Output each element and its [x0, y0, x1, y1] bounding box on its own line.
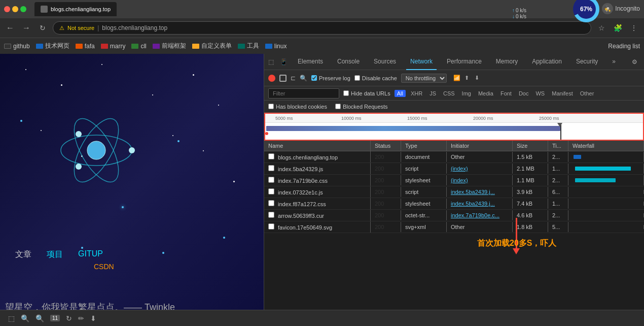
- hide-data-urls-checkbox[interactable]: Hide data URLs: [343, 90, 390, 96]
- devtools-tab-memory[interactable]: Memory: [492, 54, 522, 70]
- reading-list-button[interactable]: Reading list: [608, 43, 640, 50]
- stop-record-button[interactable]: [279, 75, 287, 82]
- hide-data-urls-input[interactable]: [343, 90, 349, 96]
- minimize-btn[interactable]: [12, 6, 18, 12]
- bookmark-marry[interactable]: marry: [101, 43, 126, 50]
- bookmark-fafa[interactable]: fafa: [76, 43, 95, 50]
- table-row[interactable]: index.5ba24329.js 200 script (index) 2.1…: [264, 163, 644, 175]
- devtools-inspect-btn[interactable]: ⬚: [268, 57, 274, 67]
- forward-button[interactable]: →: [20, 22, 32, 34]
- col-waterfall[interactable]: Waterfall: [568, 141, 644, 151]
- browser-tab-active[interactable]: blogs.chenliangliang.top: [34, 2, 117, 16]
- initiator-link[interactable]: index.5ba2439.j...: [451, 201, 495, 207]
- maximize-btn[interactable]: [20, 6, 26, 12]
- col-initiator[interactable]: Initiator: [447, 141, 513, 151]
- table-row[interactable]: index.07322e1c.js 200 script index.5ba24…: [264, 186, 644, 198]
- filter-type-all[interactable]: All: [395, 90, 406, 97]
- download-icon[interactable]: ⬇: [473, 74, 481, 82]
- extension-btn[interactable]: 🧩: [612, 22, 624, 34]
- bookmark-cll[interactable]: cll: [131, 43, 146, 50]
- table-row[interactable]: index.f87a1272.css 200 stylesheet index.…: [264, 198, 644, 210]
- record-button[interactable]: [268, 75, 275, 82]
- search-button[interactable]: 🔍: [300, 75, 307, 82]
- bookmark-frontend[interactable]: 前端框架: [153, 42, 186, 50]
- bookmark-linux[interactable]: linux: [265, 43, 287, 50]
- blocked-requests-input[interactable]: [335, 104, 341, 109]
- bookmark-techsite[interactable]: 技术网页: [36, 42, 69, 50]
- bookmark-star[interactable]: ☆: [595, 22, 607, 34]
- devtools-tab-application[interactable]: Application: [528, 54, 566, 70]
- blocked-requests-checkbox[interactable]: Blocked Requests: [335, 104, 388, 110]
- bookmark-custom-form[interactable]: 自定义表单: [192, 42, 232, 50]
- devtools-tab-sources[interactable]: Sources: [370, 54, 400, 70]
- col-type[interactable]: Type: [401, 141, 447, 151]
- disable-cache-input[interactable]: [354, 75, 360, 81]
- bottom-expand-icon[interactable]: ⬚: [8, 314, 15, 322]
- col-name[interactable]: Name: [264, 141, 371, 151]
- devtools-tab-security[interactable]: Security: [572, 54, 602, 70]
- row-checkbox[interactable]: [268, 165, 274, 171]
- row-checkbox[interactable]: [268, 177, 274, 183]
- bookmark-github[interactable]: github: [4, 43, 30, 50]
- bottom-zoom-out[interactable]: 🔍: [21, 314, 29, 322]
- filter-type-manifest[interactable]: Manifest: [550, 90, 575, 97]
- table-row[interactable]: blogs.chenliangliang.top 200 document Ot…: [264, 151, 644, 163]
- filter-input[interactable]: [268, 88, 339, 99]
- table-row[interactable]: arrow.50639ff3.cur 200 octet-str... inde…: [264, 210, 644, 221]
- disable-cache-checkbox[interactable]: Disable cache: [354, 75, 397, 81]
- filter-type-media[interactable]: Media: [476, 90, 495, 97]
- upload-icon[interactable]: ⬆: [463, 74, 471, 82]
- preserve-log-input[interactable]: [311, 75, 317, 81]
- devtools-tab-console[interactable]: Console: [333, 54, 364, 70]
- col-status[interactable]: Status: [371, 141, 401, 151]
- initiator-link[interactable]: index.7a719b0e.c...: [451, 212, 499, 218]
- col-size[interactable]: Size: [513, 141, 548, 151]
- nav-gitup[interactable]: GITUP: [78, 249, 103, 258]
- filter-icon[interactable]: ⊏: [291, 75, 296, 82]
- bottom-refresh-icon[interactable]: ↻: [66, 314, 72, 322]
- filter-type-doc[interactable]: Doc: [517, 90, 531, 97]
- bottom-download-icon[interactable]: ⬇: [90, 314, 96, 322]
- waterfall-bar: [574, 155, 581, 159]
- initiator-link[interactable]: (index): [451, 166, 468, 172]
- has-blocked-cookies-checkbox[interactable]: Has blocked cookies: [268, 104, 327, 110]
- devtools-tab-performance[interactable]: Performance: [443, 54, 486, 70]
- back-button[interactable]: ←: [4, 22, 16, 34]
- reload-button[interactable]: ↻: [37, 22, 49, 34]
- filter-type-css[interactable]: CSS: [441, 90, 457, 97]
- bookmark-tools[interactable]: 工具: [238, 42, 259, 50]
- filter-type-font[interactable]: Font: [498, 90, 514, 97]
- nav-csdn[interactable]: CSDN: [94, 262, 114, 271]
- filter-type-img[interactable]: Img: [460, 90, 473, 97]
- filter-type-ws[interactable]: WS: [533, 90, 547, 97]
- devtools-settings-btn[interactable]: ⚙: [632, 57, 637, 67]
- devtools-tab-more[interactable]: »: [608, 54, 620, 70]
- bottom-zoom-in[interactable]: 🔍: [35, 314, 44, 322]
- initiator-link[interactable]: (index): [451, 177, 468, 183]
- address-input[interactable]: ⚠ Not secure | blogs.chenliangliang.top: [53, 21, 591, 35]
- row-checkbox[interactable]: [268, 153, 274, 159]
- has-blocked-cookies-input[interactable]: [268, 104, 274, 109]
- menu-btn[interactable]: ⋮: [628, 22, 640, 34]
- wifi-icon[interactable]: 📶: [453, 74, 461, 82]
- throttle-select[interactable]: No throttling Slow 3G Fast 3G Offline: [401, 74, 447, 83]
- preserve-log-checkbox[interactable]: Preserve log: [311, 75, 350, 81]
- filter-type-xhr[interactable]: XHR: [409, 90, 424, 97]
- row-checkbox[interactable]: [268, 188, 274, 194]
- bottom-pen-icon[interactable]: ✏: [78, 314, 84, 322]
- col-time[interactable]: Ti...: [548, 141, 568, 151]
- filter-type-other[interactable]: Other: [578, 90, 596, 97]
- table-row[interactable]: index.7a719b0e.css 200 stylesheet (index…: [264, 175, 644, 186]
- nav-project[interactable]: 项目: [47, 249, 63, 260]
- row-checkbox[interactable]: [268, 223, 274, 230]
- devtools-device-btn[interactable]: 📱: [280, 57, 288, 67]
- table-row[interactable]: favicon.17e50649.svg 200 svg+xml Other 1…: [264, 221, 644, 233]
- filter-type-js[interactable]: JS: [427, 90, 438, 97]
- close-btn[interactable]: [4, 6, 10, 12]
- nav-article[interactable]: 文章: [15, 249, 31, 260]
- devtools-tab-elements[interactable]: Elements: [294, 54, 327, 70]
- row-checkbox[interactable]: [268, 212, 274, 218]
- row-checkbox[interactable]: [268, 200, 274, 206]
- initiator-link[interactable]: index.5ba2439.j...: [451, 189, 495, 195]
- devtools-tab-network[interactable]: Network: [406, 54, 437, 70]
